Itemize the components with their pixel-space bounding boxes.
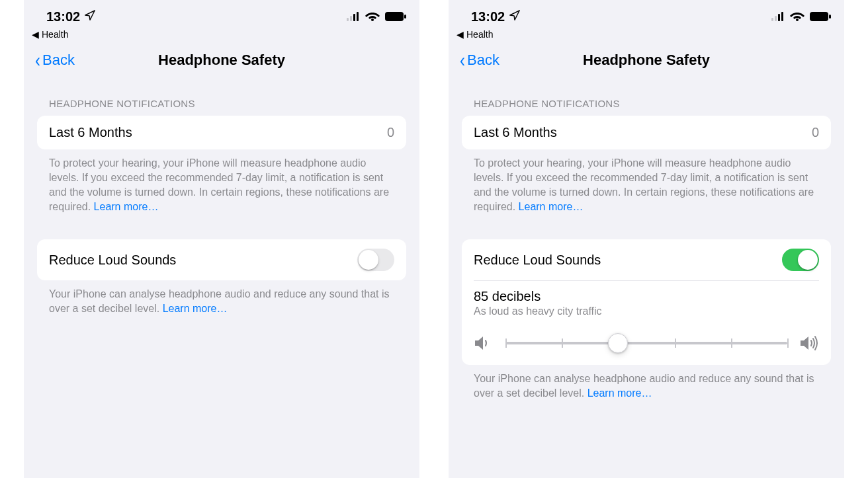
wifi-icon	[365, 9, 380, 24]
content: HEADPHONE NOTIFICATIONS Last 6 Months 0 …	[24, 78, 419, 316]
nav-bar: ‹ Back Headphone Safety	[24, 42, 419, 78]
wifi-icon	[790, 9, 804, 24]
svg-point-11	[796, 19, 799, 21]
location-icon	[84, 9, 96, 24]
battery-icon	[385, 9, 406, 24]
notifications-footer: To protect your hearing, your iPhone wil…	[37, 149, 406, 214]
screen-left: 13:02 ◀︎ Health ‹ Back Headphone Safety …	[24, 0, 419, 478]
speaker-low-icon	[474, 335, 494, 352]
svg-rect-9	[778, 14, 780, 21]
speaker-high-icon	[799, 335, 819, 352]
battery-icon	[810, 9, 831, 24]
status-bar: 13:02	[449, 0, 844, 29]
status-bar: 13:02	[24, 0, 419, 29]
section-header-notifications: HEADPHONE NOTIFICATIONS	[37, 98, 406, 116]
svg-rect-6	[404, 15, 406, 19]
svg-rect-5	[385, 12, 404, 21]
svg-rect-12	[810, 12, 828, 21]
slider-tick	[675, 339, 676, 348]
svg-rect-8	[775, 16, 777, 21]
svg-rect-1	[350, 16, 352, 21]
screen-right: 13:02 ◀︎ Health ‹ Back Headphone Safety …	[449, 0, 844, 478]
svg-rect-0	[347, 18, 349, 21]
learn-more-link[interactable]: Learn more…	[587, 387, 652, 399]
location-icon	[509, 9, 521, 24]
reduce-footer: Your iPhone can analyse headphone audio …	[462, 365, 831, 401]
row-value: 0	[812, 125, 819, 140]
slider-tick	[505, 339, 507, 348]
status-time: 13:02	[46, 9, 80, 24]
decibel-panel: 85 decibels As loud as heavy city traffi…	[462, 281, 831, 365]
breadcrumb-app-label: Health	[466, 29, 493, 40]
slider-tick	[562, 339, 563, 348]
row-last-6-months[interactable]: Last 6 Months 0	[462, 116, 831, 149]
learn-more-link[interactable]: Learn more…	[163, 303, 228, 314]
back-to-app[interactable]: ◀︎ Health	[449, 29, 844, 42]
caret-left-icon: ◀︎	[456, 30, 464, 39]
content: HEADPHONE NOTIFICATIONS Last 6 Months 0 …	[449, 78, 844, 401]
row-reduce-loud-sounds[interactable]: Reduce Loud Sounds	[37, 239, 406, 280]
learn-more-link[interactable]: Learn more…	[94, 201, 159, 212]
cellular-icon	[347, 9, 360, 24]
decibel-slider[interactable]	[505, 342, 787, 344]
page-title: Headphone Safety	[34, 52, 409, 69]
status-time: 13:02	[471, 9, 505, 24]
slider-thumb[interactable]	[608, 333, 628, 353]
reduce-loud-sounds-card: Reduce Loud Sounds 85 decibels As loud a…	[462, 239, 831, 365]
reduce-loud-sounds-card: Reduce Loud Sounds 85 decibels As loud a…	[37, 239, 406, 280]
svg-rect-3	[357, 12, 359, 21]
svg-rect-10	[781, 12, 783, 21]
row-label: Reduce Loud Sounds	[49, 253, 176, 268]
row-value: 0	[387, 125, 394, 140]
back-label: Back	[467, 52, 499, 69]
svg-point-4	[371, 19, 374, 21]
decibel-title: 85 decibels	[474, 289, 819, 304]
row-label: Last 6 Months	[49, 125, 132, 140]
back-button[interactable]: ‹ Back	[459, 50, 499, 70]
row-reduce-loud-sounds[interactable]: Reduce Loud Sounds	[462, 239, 831, 280]
back-label: Back	[42, 52, 75, 69]
back-button[interactable]: ‹ Back	[34, 50, 75, 70]
caret-left-icon: ◀︎	[32, 30, 39, 39]
reduce-footer: Your iPhone can analyse headphone audio …	[37, 280, 406, 316]
breadcrumb-app-label: Health	[42, 29, 68, 40]
reduce-loud-sounds-toggle[interactable]	[357, 249, 394, 271]
slider-tick	[731, 339, 732, 348]
chevron-left-icon: ‹	[35, 50, 40, 70]
reduce-loud-sounds-toggle[interactable]	[782, 249, 819, 271]
slider-tick	[787, 339, 789, 348]
back-to-app[interactable]: ◀︎ Health	[24, 29, 419, 42]
row-last-6-months[interactable]: Last 6 Months 0	[37, 116, 406, 149]
cellular-icon	[771, 9, 785, 24]
section-header-notifications: HEADPHONE NOTIFICATIONS	[462, 98, 831, 116]
learn-more-link[interactable]: Learn more…	[519, 201, 584, 212]
svg-rect-2	[353, 14, 355, 21]
page-title: Headphone Safety	[459, 52, 834, 69]
decibel-subtitle: As loud as heavy city traffic	[474, 305, 819, 317]
nav-bar: ‹ Back Headphone Safety	[449, 42, 844, 78]
chevron-left-icon: ‹	[460, 50, 465, 70]
notifications-footer: To protect your hearing, your iPhone wil…	[462, 149, 831, 214]
svg-rect-7	[771, 18, 773, 21]
svg-rect-13	[829, 15, 831, 19]
row-label: Last 6 Months	[474, 125, 557, 140]
row-label: Reduce Loud Sounds	[474, 253, 601, 268]
